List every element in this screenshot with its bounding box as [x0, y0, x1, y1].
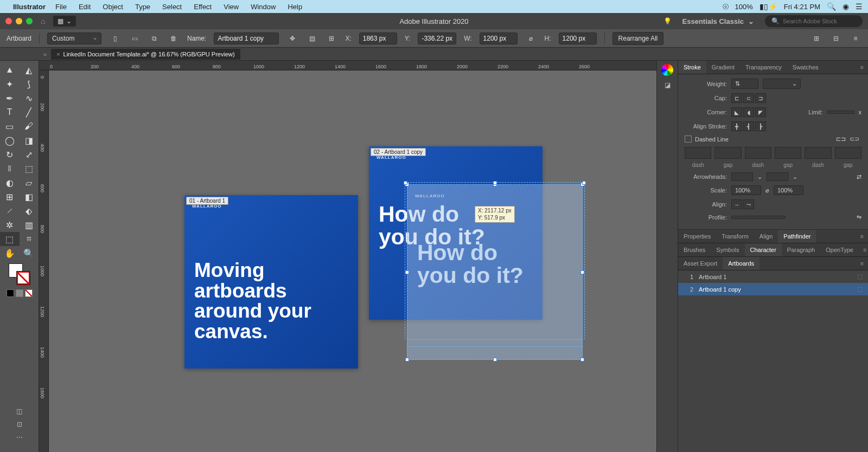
artboard-1[interactable]: 01 - Artboard 1 WALLAROO Moving artboard…: [184, 195, 358, 369]
weight-stepper[interactable]: ⇅: [731, 79, 758, 89]
color-mode-icon[interactable]: [7, 289, 14, 297]
menu-window[interactable]: Window: [251, 3, 276, 11]
tab-swatches[interactable]: Swatches: [787, 61, 824, 74]
symbol-sprayer-tool[interactable]: ✲: [0, 218, 20, 232]
move-with-artboard-icon[interactable]: ✥: [286, 33, 298, 44]
scale-start-input[interactable]: 100%: [731, 185, 761, 195]
dash-2-input[interactable]: [745, 147, 771, 159]
y-value-input[interactable]: -336.22 px: [418, 33, 456, 44]
arrowhead-start-dropdown[interactable]: [731, 172, 753, 181]
siri-icon[interactable]: ◉: [843, 2, 849, 11]
dash-1-input[interactable]: [685, 147, 711, 159]
align-inside-icon[interactable]: ┫: [743, 121, 754, 131]
swap-arrowheads-icon[interactable]: ⇄: [857, 173, 861, 180]
eyedropper-tool[interactable]: ⟋: [0, 204, 20, 218]
color-panel-icon[interactable]: [661, 64, 673, 76]
artboard-preset-dropdown[interactable]: Custom: [47, 33, 101, 44]
width-tool[interactable]: ⫴: [0, 162, 20, 176]
close-tab-icon[interactable]: ×: [56, 51, 60, 57]
close-window[interactable]: [5, 18, 12, 24]
selection-tool[interactable]: ▲: [0, 63, 20, 77]
controlbar-menu-icon[interactable]: ≡: [850, 33, 861, 44]
home-button[interactable]: ⌂: [41, 17, 45, 25]
gradient-tool[interactable]: ◧: [20, 190, 39, 204]
search-stock-input[interactable]: [783, 18, 858, 24]
tab-asset-export[interactable]: Asset Export: [678, 257, 723, 270]
expand-panels-icon[interactable]: ⊟: [830, 33, 842, 44]
column-graph-tool[interactable]: ▥: [20, 218, 39, 232]
cap-projecting-icon[interactable]: ⊐: [755, 93, 766, 103]
tab-pathfinder[interactable]: Pathfinder: [778, 230, 816, 243]
gap-3-input[interactable]: [835, 147, 861, 159]
control-center-icon[interactable]: ☰: [856, 2, 863, 11]
color-guide-icon[interactable]: ◪: [665, 81, 671, 89]
expand-tabs-icon[interactable]: «: [43, 51, 47, 57]
edit-toolbar-icon[interactable]: ⋯: [16, 434, 23, 441]
workspace-switcher[interactable]: Essentials Classic⌄: [682, 17, 754, 25]
app-menu[interactable]: Illustrator: [13, 3, 46, 11]
slice-tool[interactable]: ⌗: [20, 232, 39, 246]
rotate-tool[interactable]: ↻: [0, 147, 20, 162]
profile-dropdown[interactable]: [731, 216, 786, 219]
limit-input[interactable]: [827, 111, 854, 114]
direct-selection-tool[interactable]: ◭: [20, 63, 39, 77]
panel-menu-icon[interactable]: ≡: [856, 62, 868, 73]
cap-butt-icon[interactable]: ⊏: [731, 93, 742, 103]
type-tool[interactable]: T: [0, 105, 20, 119]
menu-edit[interactable]: Edit: [79, 3, 91, 11]
tab-align[interactable]: Align: [754, 230, 778, 243]
artboard-list-row[interactable]: 1 Artboard 1 ⬚: [678, 270, 868, 283]
rectangle-tool[interactable]: ▭: [0, 119, 20, 133]
artboard-options-icon[interactable]: ▤: [306, 33, 318, 44]
document-tab[interactable]: × LinkedIn Document Template.ai* @ 16.67…: [51, 49, 240, 60]
arrowhead-end-dropdown[interactable]: [767, 172, 788, 181]
scale-end-input[interactable]: 100%: [774, 185, 803, 195]
artboard-name-input[interactable]: Artboard 1 copy: [214, 33, 279, 44]
panel-layout-icon[interactable]: ⊞: [810, 33, 822, 44]
dashed-checkbox[interactable]: [685, 135, 692, 143]
tab-artboards[interactable]: Artboards: [723, 257, 760, 270]
flip-profile-icon[interactable]: ⇋: [857, 214, 861, 221]
weight-dropdown[interactable]: ⌄: [763, 79, 801, 89]
panel-menu-icon-2[interactable]: ≡: [856, 231, 868, 242]
dash-align-preserve-icon[interactable]: ⊏⊐: [836, 135, 848, 143]
menu-select[interactable]: Select: [162, 3, 182, 11]
artboard-tool[interactable]: ⬚: [0, 232, 20, 246]
spotlight-icon[interactable]: 🔍: [827, 2, 836, 11]
maximize-window[interactable]: [26, 18, 33, 24]
scale-tool[interactable]: ⤢: [20, 147, 39, 162]
artboard-options-icon[interactable]: ⬚: [857, 273, 863, 280]
none-mode-icon[interactable]: [25, 289, 33, 297]
tab-stroke[interactable]: Stroke: [678, 61, 706, 74]
tab-transparency[interactable]: Transparency: [740, 61, 787, 74]
tab-brushes[interactable]: Brushes: [678, 243, 711, 256]
paintbrush-tool[interactable]: 🖌: [20, 119, 39, 133]
cap-round-icon[interactable]: ⊂: [743, 93, 754, 103]
tab-transform[interactable]: Transform: [716, 230, 754, 243]
stroke-swatch[interactable]: [16, 271, 30, 285]
h-value-input[interactable]: 1200 px: [559, 33, 597, 44]
free-transform-tool[interactable]: ⬚: [20, 162, 39, 176]
line-tool[interactable]: ╱: [20, 105, 39, 119]
panel-menu-icon-4[interactable]: ≡: [856, 258, 868, 269]
blend-tool[interactable]: ⬖: [20, 204, 39, 218]
tab-properties[interactable]: Properties: [678, 230, 716, 243]
rearrange-all-button[interactable]: Rearrange All: [612, 32, 664, 45]
shape-builder-tool[interactable]: ◐: [0, 176, 20, 190]
fill-stroke-swatches[interactable]: [0, 260, 39, 288]
search-adobe-stock[interactable]: 🔍: [765, 15, 863, 27]
perspective-tool[interactable]: ▱: [20, 176, 39, 190]
lasso-tool[interactable]: ⟆: [20, 77, 39, 91]
mesh-tool[interactable]: ⊞: [0, 190, 20, 204]
eraser-tool[interactable]: ◨: [20, 133, 39, 147]
menu-effect[interactable]: Effect: [194, 3, 212, 11]
tab-symbols[interactable]: Symbols: [711, 243, 744, 256]
tab-gradient[interactable]: Gradient: [706, 61, 740, 74]
shaper-tool[interactable]: ◯: [0, 133, 20, 147]
arrow-align-tip-icon[interactable]: →: [731, 199, 742, 209]
tab-character[interactable]: Character: [745, 243, 782, 256]
corner-miter-icon[interactable]: ◣: [731, 107, 742, 117]
x-value-input[interactable]: 1863 px: [359, 33, 397, 44]
hand-tool[interactable]: ✋: [0, 246, 20, 260]
w-value-input[interactable]: 1200 px: [480, 33, 518, 44]
